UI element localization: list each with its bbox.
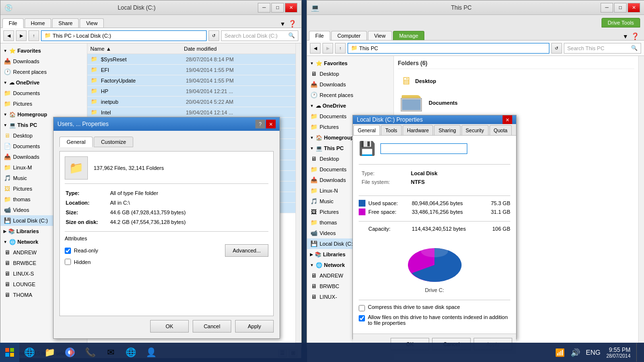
tab-file[interactable]: File <box>2 18 24 28</box>
tab-view[interactable]: View <box>80 18 104 28</box>
dialog-minimize[interactable]: ? <box>255 120 265 128</box>
search-box-local-disk[interactable]: Search Local Disk (C:) 🔍 <box>221 30 298 41</box>
hidden-checkbox[interactable] <box>65 259 71 265</box>
sidebar-header-onedrive[interactable]: ▼☁ OneDrive <box>0 77 87 88</box>
tab2-view[interactable]: View <box>368 31 392 40</box>
location-label: Location: <box>66 198 109 207</box>
taskbar-explorer-icon[interactable]: 📁 <box>41 343 59 362</box>
advanced-button[interactable]: Advanced... <box>225 244 268 257</box>
taskbar-avatar-icon[interactable]: 👤 <box>142 343 160 362</box>
taskbar-ie2-icon[interactable]: 🌐 <box>122 343 140 362</box>
folder-icon-large: 📁 <box>65 156 88 180</box>
dialog-close-disk[interactable]: ✕ <box>503 115 512 124</box>
attr-row-hidden: Hidden <box>65 259 268 265</box>
ok-button-users[interactable]: OK <box>150 320 189 333</box>
disk-tab-general[interactable]: General <box>353 125 380 135</box>
table-row[interactable]: 📁 $SysReset 28/07/2014 8:14 PM <box>87 54 295 65</box>
disk-tab-quota[interactable]: Quota <box>490 125 512 135</box>
table-row[interactable]: 📁 HP 19/04/2014 12:21 ... <box>87 86 295 97</box>
disk-type-value: Local Disk <box>409 169 509 177</box>
taskbar-network-icon[interactable]: 📶 <box>555 348 565 357</box>
type-value: All of type File folder <box>110 189 267 197</box>
tab2-file[interactable]: File <box>309 31 330 41</box>
disk-name-input[interactable] <box>380 143 467 154</box>
scrollbar-this-pc[interactable] <box>638 56 644 360</box>
taskbar-skype-icon[interactable]: 📞 <box>81 343 99 362</box>
forward-button[interactable]: ▶ <box>16 30 27 41</box>
tab2-manage[interactable]: Manage <box>393 31 425 40</box>
sidebar-header-favorites[interactable]: ▼⭐ Favorites <box>0 45 87 56</box>
minimize-button[interactable]: ─ <box>258 3 270 13</box>
scrollbar-local-disk[interactable] <box>295 43 301 348</box>
show-desktop-button[interactable] <box>636 343 640 362</box>
tab-home[interactable]: Home <box>25 18 51 28</box>
up-button[interactable]: ↑ <box>28 30 39 41</box>
help-icon[interactable]: ❓ <box>288 20 296 28</box>
expand-ribbon-icon-2[interactable]: ▾ <box>624 32 627 40</box>
forward-button-2[interactable]: ▶ <box>322 43 333 54</box>
back-button[interactable]: ◀ <box>3 30 14 41</box>
sidebar2-item-downloads[interactable]: 📥Downloads <box>307 79 393 90</box>
start-button[interactable] <box>0 343 19 362</box>
search-box-this-pc[interactable]: Search This PC 🔍 <box>564 43 641 54</box>
address-bar-local-disk: ◀ ▶ ↑ 📁 This PC › Local Disk (C:) ↺ Sear… <box>0 28 301 43</box>
disk-tab-tools[interactable]: Tools <box>381 125 402 135</box>
col-header-name[interactable]: Name ▲ <box>87 46 184 52</box>
lang-indicator[interactable]: ENG <box>586 348 601 356</box>
sidebar2-item-desktop[interactable]: 🖥Desktop <box>307 69 393 79</box>
index-checkbox[interactable] <box>359 315 365 321</box>
pie-shine <box>421 246 448 257</box>
system-clock[interactable]: 9:55 PM 28/07/2014 <box>606 347 630 359</box>
taskbar-mail-icon[interactable]: ✉ <box>101 343 120 362</box>
sidebar-item-od-pics[interactable]: 📁 Pictures <box>0 98 87 109</box>
taskbar-chrome-icon[interactable] <box>61 343 79 362</box>
close-button-2[interactable]: ✕ <box>628 3 640 13</box>
dialog-close-users[interactable]: ✕ <box>266 120 276 128</box>
dialog-users-properties: Users, ... Properties ? ✕ General Custom… <box>53 117 280 339</box>
tab-general-users[interactable]: General <box>59 137 93 147</box>
size-on-disk-label: Size on disk: <box>66 218 109 226</box>
back-button-2[interactable]: ◀ <box>310 43 321 54</box>
address-box-2[interactable]: 📁 This PC <box>348 43 549 54</box>
refresh-button-2[interactable]: ↺ <box>551 43 562 54</box>
sidebar-item-od-docs[interactable]: 📁 Documents <box>0 88 87 98</box>
cancel-button-users[interactable]: Cancel <box>193 320 231 333</box>
maximize-button-2[interactable]: □ <box>614 3 627 13</box>
disk-prop-tabs: General Tools Hardware Sharing Security … <box>353 124 516 136</box>
apply-button-users[interactable]: Apply <box>235 320 274 333</box>
sidebar2-header-onedrive[interactable]: ▼☁ OneDrive <box>307 100 393 111</box>
tab-customize-users[interactable]: Customize <box>94 137 133 147</box>
table-row[interactable]: 📁 Intel 19/04/2014 12:14 ... <box>87 107 295 118</box>
close-button[interactable]: ✕ <box>285 3 297 13</box>
list-item[interactable]: Documents <box>398 91 634 114</box>
col-header-date[interactable]: Date modified <box>184 46 295 52</box>
sidebar-item-recent[interactable]: 🕐 Recent places <box>0 67 87 77</box>
expand-ribbon-icon[interactable]: ▾ <box>281 20 284 28</box>
readonly-checkbox[interactable] <box>65 248 71 254</box>
folders-section-title: Folders (6) <box>398 60 634 69</box>
up-button-2[interactable]: ↑ <box>335 43 346 54</box>
tab-share[interactable]: Share <box>52 18 79 28</box>
table-row[interactable]: 📁 EFI 19/04/2014 1:55 PM <box>87 65 295 75</box>
list-item[interactable]: 🖥 Desktop <box>398 73 634 89</box>
compress-checkbox[interactable] <box>359 305 365 311</box>
file-list-header: Name ▲ Date modified <box>87 43 295 54</box>
table-row[interactable]: 📁 inetpub 20/04/2014 5:22 AM <box>87 97 295 107</box>
taskbar-ie-icon[interactable]: 🌐 <box>20 343 39 362</box>
table-row[interactable]: 📁 FactoryUpdate 19/04/2014 1:55 PM <box>87 75 295 86</box>
disk-tab-hardware[interactable]: Hardware <box>403 125 434 135</box>
sidebar-item-downloads[interactable]: 📥 Downloads <box>0 56 87 67</box>
refresh-button[interactable]: ↺ <box>209 30 219 41</box>
help-icon-2[interactable]: ❓ <box>631 32 639 40</box>
sidebar2-item-recent[interactable]: 🕐Recent places <box>307 90 393 100</box>
disk-tab-security[interactable]: Security <box>462 125 489 135</box>
size-label: Size: <box>66 208 109 217</box>
sidebar2-header-favorites[interactable]: ▼⭐ Favorites <box>307 58 393 69</box>
tab2-computer[interactable]: Computer <box>331 31 367 40</box>
maximize-button[interactable]: □ <box>271 3 284 13</box>
minimize-button-2[interactable]: ─ <box>601 3 613 13</box>
disk-tab-sharing[interactable]: Sharing <box>434 125 460 135</box>
taskbar-volume-icon[interactable]: 🔊 <box>571 348 580 357</box>
address-box[interactable]: 📁 This PC › Local Disk (C:) <box>41 30 207 41</box>
window-title-this-pc: This PC <box>322 4 601 11</box>
